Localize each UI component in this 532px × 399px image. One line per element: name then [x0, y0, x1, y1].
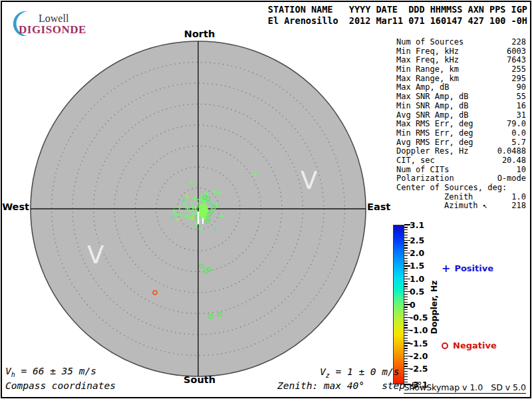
stat-row: Center of Sources, deg:: [396, 184, 526, 193]
vertical-velocity-readout: Vz = 1 ± 0 m/s: [320, 366, 400, 379]
stat-row: Min Range, km255: [396, 65, 526, 74]
stat-value: 255: [511, 65, 526, 74]
stat-label: Avg RMS Err, deg: [396, 138, 473, 148]
stats-panel: Num of Sources228Min Freq, kHz6003Max Fr…: [396, 38, 526, 211]
stat-label: Max SNR Amp, dB: [396, 92, 468, 102]
stat-value: 90: [517, 83, 526, 92]
stat-value: 16: [517, 102, 526, 111]
version-label: ShowSkymap v 1.0 SD v 5.0: [404, 382, 526, 394]
stat-value: 6003: [507, 47, 526, 57]
stat-label: Num of CITs: [396, 166, 449, 175]
stat-label: Max Amp, dB: [396, 83, 449, 92]
stat-row: PolarizationO-mode: [396, 174, 526, 184]
compass-label-west: West: [2, 201, 29, 212]
legend-positive: + Positive: [442, 262, 493, 275]
stat-label: CIT, sec: [396, 156, 435, 166]
stat-value: 0.0488: [497, 147, 526, 156]
stat-value: 55: [517, 92, 526, 102]
stat-value: 295: [511, 74, 526, 84]
stat-value: 79.0: [507, 120, 526, 129]
compass-label-north: North: [184, 29, 215, 39]
stat-row: CIT, sec20.48: [396, 156, 526, 166]
stat-label: Azimuth ↖: [444, 201, 487, 211]
v-watermark: V: [87, 241, 104, 269]
colorbar-axis-label: Doppler, Hz: [429, 281, 439, 334]
stat-label: Max Range, km: [396, 74, 459, 84]
v-watermark: V: [301, 166, 317, 195]
coordinates-note: Compass coordinates: [5, 380, 116, 391]
header-values: El Arenosillo 2012 Mar11 071 160147 427 …: [268, 15, 527, 26]
horizontal-velocity-readout: Vh = 66 ± 35 m/s: [5, 366, 96, 378]
stat-label: Max RMS Err, deg: [396, 120, 473, 129]
stat-row: Azimuth ↖218: [396, 201, 526, 211]
logo-brand-bottom: DIGISONDE: [19, 23, 86, 37]
stat-label: Polarization: [396, 174, 454, 184]
stat-label: Center of Sources, deg:: [396, 184, 507, 193]
logo: Lowell DIGISONDE: [7, 5, 133, 36]
stat-row: Avg SNR Amp, dB31: [396, 111, 526, 120]
stat-row: Max Range, km295: [396, 74, 526, 84]
stat-row: Zenith1.0: [396, 193, 526, 202]
center-of-sources-marker: [198, 211, 200, 224]
stat-row: Max RMS Err, deg79.0: [396, 120, 526, 129]
stat-label: Avg SNR Amp, dB: [396, 111, 468, 120]
legend-positive-label: Positive: [454, 263, 493, 273]
stat-value: 0.0: [511, 129, 526, 138]
plus-marker-icon: +: [442, 262, 450, 275]
stat-label: Min Freq, kHz: [396, 47, 459, 57]
stat-label: Doppler Res, Hz: [396, 147, 468, 156]
stat-value: 10: [517, 166, 526, 175]
stat-label: Zenith: [444, 193, 473, 202]
stat-value: 218: [511, 201, 526, 211]
stat-row: Num of Sources228: [396, 38, 526, 47]
legend-negative-label: Negative: [453, 340, 497, 350]
stat-row: Max SNR Amp, dB55: [396, 92, 526, 102]
legend-negative: Negative: [442, 340, 497, 350]
stat-value: 20.48: [502, 156, 526, 166]
stat-value: 1.0: [511, 193, 526, 202]
stat-value: 7643: [507, 56, 526, 65]
center-of-sources-marker: [202, 218, 203, 224]
stat-value: 5.7: [511, 138, 526, 148]
stat-value: 31: [517, 111, 526, 120]
stat-value: 228: [511, 38, 526, 47]
compass-label-south: South: [184, 374, 215, 385]
circle-marker-icon: [442, 342, 448, 349]
stat-row: Avg RMS Err, deg5.7: [396, 138, 526, 148]
stat-label: Min RMS Err, deg: [396, 129, 473, 138]
colorbar-gradient: [393, 225, 404, 384]
stat-label: Min Range, km: [396, 65, 459, 74]
stat-row: Doppler Res, Hz0.0488: [396, 147, 526, 156]
compass-label-east: East: [367, 201, 390, 212]
stat-label: Max Freq, kHz: [396, 56, 459, 65]
stat-row: Num of CITs10: [396, 166, 526, 175]
stat-value: O-mode: [497, 174, 526, 184]
stat-row: Max Amp, dB90: [396, 83, 526, 92]
zenith-range-note: Zenith: max 40° step 5°: [277, 380, 422, 391]
stat-row: Min RMS Err, deg0.0: [396, 129, 526, 138]
stat-row: Max Freq, kHz7643: [396, 56, 526, 65]
stat-label: Min SNR Amp, dB: [396, 102, 468, 111]
header-columns: STATION NAME YYYY DATE DDD HHMMSS AXN PP…: [268, 4, 527, 15]
stat-row: Min Freq, kHz6003: [396, 47, 526, 57]
stat-row: Min SNR Amp, dB16: [396, 102, 526, 111]
stat-label: Num of Sources: [396, 38, 464, 47]
